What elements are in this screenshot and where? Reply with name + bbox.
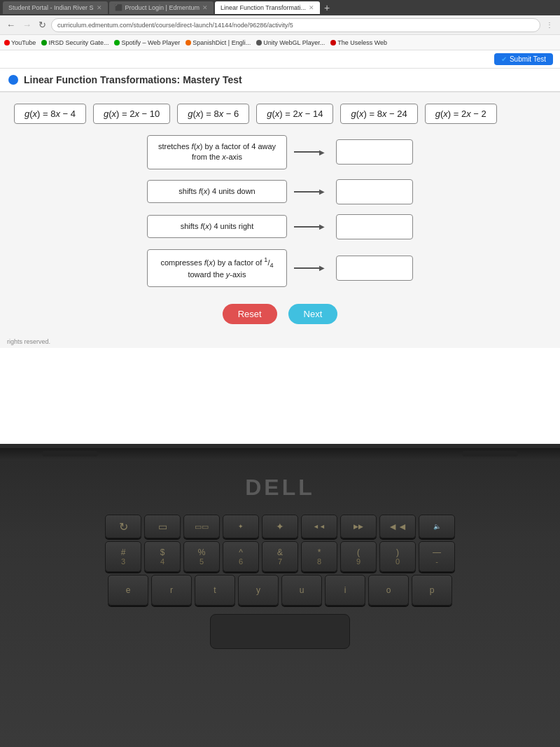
key-e[interactable]: e	[108, 575, 148, 606]
key-vol-down[interactable]: 🔈	[419, 515, 455, 538]
tab-linear-function[interactable]: Linear Function Transformati... ✕	[215, 1, 320, 14]
laptop-screen: Student Portal - Indian River S ✕ ⬛ Prod…	[0, 0, 560, 448]
button-row: Reset Next	[14, 304, 546, 324]
page-title: Linear Function Transformations: Mastery…	[24, 74, 242, 85]
answer-choice-1[interactable]: g(x) = 2x − 10	[93, 104, 170, 124]
key-next-track[interactable]: ▶▶	[340, 515, 377, 538]
reset-button[interactable]: Reset	[223, 304, 277, 324]
bookmark-unity[interactable]: Unity WebGL Player...	[256, 39, 325, 46]
forward-button[interactable]: →	[20, 20, 34, 30]
bookmark-youtube[interactable]: YouTube	[4, 39, 36, 46]
tab-close-icon[interactable]: ✕	[202, 4, 208, 11]
answer-choice-4[interactable]: g(x) = 8x − 24	[340, 104, 417, 124]
tab-close-icon[interactable]: ✕	[309, 4, 314, 11]
submit-bar: ✔ Submit Test	[0, 50, 560, 69]
footer: rights reserved.	[0, 335, 560, 348]
tab-close-icon[interactable]: ✕	[97, 4, 102, 11]
back-button[interactable]: ←	[4, 20, 18, 30]
match-target-2[interactable]	[336, 214, 413, 239]
keyboard: ↻ ▭ ▭▭ ✦ ✦ ◄◄ ▶▶ ◄◄ 🔈 # 3 $ 4 % 5	[14, 515, 546, 608]
extensions-area: ⋮	[543, 21, 556, 29]
key-3-hash[interactable]: # 3	[105, 541, 141, 572]
keyboard-fn-row: ↻ ▭ ▭▭ ✦ ✦ ◄◄ ▶▶ ◄◄ 🔈	[14, 515, 546, 538]
match-row-0: stretches f(x) by a factor of 4 away fro…	[147, 135, 413, 169]
key-i[interactable]: i	[325, 575, 365, 606]
answer-choice-5[interactable]: g(x) = 2x − 2	[425, 104, 497, 124]
answer-choice-0[interactable]: g(x) = 8x − 4	[14, 104, 86, 124]
main-content: g(x) = 8x − 4 g(x) = 2x − 10 g(x) = 8x −…	[0, 92, 560, 335]
key-window[interactable]: ▭	[144, 515, 181, 538]
spanishdict-icon	[186, 40, 191, 46]
laptop-body: DELL ↻ ▭ ▭▭ ✦ ✦ ◄◄ ▶▶ ◄◄ 🔈 # 3 $ 4	[0, 448, 560, 747]
answer-choice-3[interactable]: g(x) = 2x − 14	[256, 104, 333, 124]
key-u[interactable]: u	[281, 575, 322, 606]
match-row-2: shifts f(x) 4 units right	[147, 214, 413, 239]
match-target-1[interactable]	[336, 179, 413, 204]
tab-product-login[interactable]: ⬛ Product Login | Edmentum ✕	[109, 1, 214, 14]
key-6-caret[interactable]: ^ 6	[223, 541, 259, 572]
unity-icon	[256, 40, 262, 46]
key-y[interactable]: y	[238, 575, 279, 606]
key-minus[interactable]: — -	[419, 541, 455, 572]
key-p[interactable]: p	[412, 575, 452, 606]
match-row-1: shifts f(x) 4 units down	[147, 179, 413, 204]
answer-choice-2[interactable]: g(x) = 8x − 6	[177, 104, 249, 124]
key-5-percent[interactable]: % 5	[183, 541, 220, 572]
keyboard-letter-row: e r t y u i o p	[14, 575, 546, 606]
match-row-3: compresses f(x) by a factor of 1/4 towar…	[147, 249, 413, 287]
key-9-lparen[interactable]: ( 9	[340, 541, 377, 572]
match-description-1: shifts f(x) 4 units down	[147, 180, 287, 203]
page-header: Linear Function Transformations: Mastery…	[0, 69, 560, 92]
arrow-1	[294, 188, 329, 195]
arrow-0	[294, 148, 329, 156]
arrow-3	[294, 264, 329, 272]
bookmarks-bar: YouTube IRSD Security Gate... Spotify – …	[0, 35, 560, 50]
tab-student-portal[interactable]: Student Portal - Indian River S ✕	[3, 1, 108, 14]
key-8-asterisk[interactable]: * 8	[301, 541, 337, 572]
key-brightness-down[interactable]: ✦	[223, 515, 259, 538]
bookmark-irsd[interactable]: IRSD Security Gate...	[41, 39, 108, 46]
page-title-icon	[8, 75, 18, 85]
tab-bar: Student Portal - Indian River S ✕ ⬛ Prod…	[0, 0, 560, 15]
key-0-rparen[interactable]: ) 0	[379, 541, 416, 572]
bookmark-useless[interactable]: The Useless Web	[330, 39, 387, 46]
match-description-0: stretches f(x) by a factor of 4 away fro…	[147, 135, 287, 169]
submit-test-button[interactable]: ✔ Submit Test	[494, 53, 553, 65]
match-description-2: shifts f(x) 4 units right	[147, 215, 287, 238]
arrow-2	[294, 223, 329, 230]
useless-icon	[330, 40, 336, 46]
key-4-dollar[interactable]: $ 4	[144, 541, 181, 572]
bookmark-spanishdict[interactable]: SpanishDict | Engli...	[186, 39, 251, 46]
answer-choices: g(x) = 8x − 4 g(x) = 2x − 10 g(x) = 8x −…	[14, 104, 546, 124]
bookmark-spotify[interactable]: Spotify – Web Player	[114, 39, 180, 46]
match-target-3[interactable]	[336, 256, 413, 281]
key-brightness-up[interactable]: ✦	[262, 515, 298, 538]
youtube-icon	[4, 40, 10, 46]
address-bar[interactable]: curriculum.edmentum.com/student/course/d…	[51, 18, 540, 32]
browser-toolbar: ← → ↻ curriculum.edmentum.com/student/co…	[0, 15, 560, 35]
next-button[interactable]: Next	[288, 304, 338, 324]
key-7-ampersand[interactable]: & 7	[262, 541, 298, 572]
key-r[interactable]: r	[151, 575, 192, 606]
keyboard-number-row: # 3 $ 4 % 5 ^ 6 & 7 * 8	[14, 541, 546, 572]
touchpad[interactable]	[210, 614, 350, 649]
laptop-hinge	[0, 448, 560, 461]
key-t[interactable]: t	[195, 575, 235, 606]
irsd-icon	[41, 40, 47, 46]
key-refresh[interactable]: ↻	[105, 515, 141, 538]
match-target-0[interactable]	[336, 139, 413, 165]
new-tab-button[interactable]: +	[321, 2, 332, 13]
spotify-icon	[114, 40, 120, 46]
speaker-left	[42, 451, 98, 456]
speaker-right	[462, 451, 518, 456]
reload-button[interactable]: ↻	[36, 20, 48, 30]
dell-logo: DELL	[245, 475, 315, 501]
key-multiwindow[interactable]: ▭▭	[183, 515, 220, 538]
matching-section: stretches f(x) by a factor of 4 away fro…	[14, 135, 546, 287]
key-o[interactable]: o	[368, 575, 409, 606]
key-mute[interactable]: ◄◄	[379, 515, 416, 538]
key-prev-track[interactable]: ◄◄	[301, 515, 337, 538]
match-description-3: compresses f(x) by a factor of 1/4 towar…	[147, 249, 287, 287]
